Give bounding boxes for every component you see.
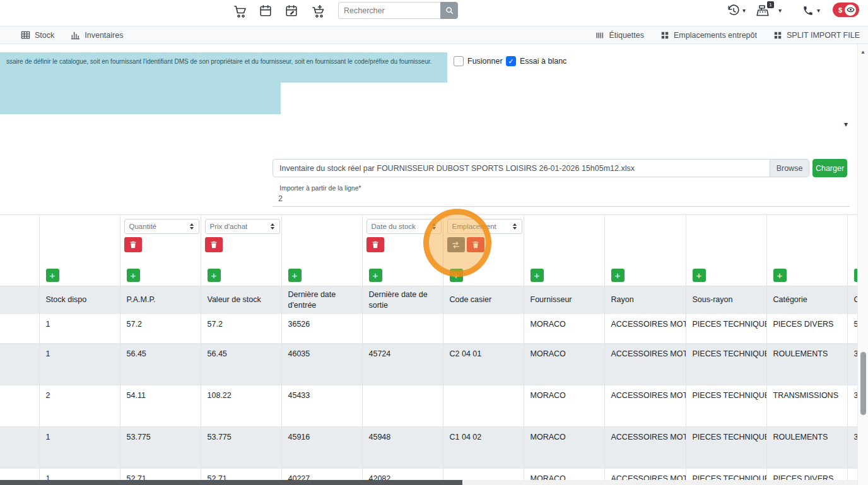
horizontal-scrollbar[interactable]	[0, 480, 857, 485]
phone-caret-icon[interactable]: ▾	[817, 7, 820, 14]
table-cell: TRANSMISSIONS	[766, 385, 847, 427]
search-input[interactable]	[338, 2, 440, 19]
table-cell: ROULEMENTS	[766, 427, 847, 469]
emplacements-entrepot-button[interactable]: Emplacements entrepôt	[660, 31, 757, 40]
calendar-edit-button[interactable]	[284, 4, 298, 18]
start-line-input[interactable]: 2	[273, 192, 850, 207]
table-row: 254.11108.2245433MORACOACCESSOIRES MOTOP…	[0, 385, 868, 427]
trash-icon	[129, 241, 137, 248]
register-caret-icon[interactable]: ▾	[778, 7, 782, 14]
add-mapping-button[interactable]: +	[46, 269, 59, 282]
tab-stock-label: Stock	[35, 31, 54, 40]
vertical-scrollbar-thumb[interactable]	[860, 352, 866, 415]
cart-button[interactable]	[233, 4, 248, 19]
column-header: Sous-rayon	[686, 286, 766, 314]
plus-cell: +	[362, 267, 443, 286]
add-mapping-button[interactable]: +	[693, 269, 706, 282]
table-cell: 53.775	[201, 427, 281, 469]
swap-mapping-button[interactable]	[447, 237, 465, 252]
table-cell: PIECES DIVERS	[766, 314, 847, 344]
table-cell	[0, 427, 39, 469]
tab-inventaires[interactable]: Inventaires	[71, 30, 123, 40]
column-header: Code casier	[443, 286, 524, 314]
table-cell: PIECES TECHNIQUES	[686, 385, 766, 427]
etiquettes-label: Étiquettes	[609, 31, 644, 40]
calendar-button[interactable]	[259, 4, 273, 18]
etiquettes-button[interactable]: Étiquettes	[595, 31, 644, 40]
add-mapping-button[interactable]: +	[611, 269, 625, 282]
file-name-input[interactable]: Inventaire du stock réel par FOURNISSEUR…	[273, 160, 770, 177]
mapping-select-date-stock[interactable]: Date du stock	[367, 219, 442, 234]
toolbar-tabs: Stock Inventaires	[0, 30, 123, 40]
horizontal-scrollbar-thumb[interactable]	[0, 480, 462, 485]
add-mapping-button[interactable]: +	[369, 269, 382, 282]
table-cell	[0, 385, 39, 427]
column-header: Fournisseur	[524, 286, 604, 314]
table-cell: 45433	[281, 385, 362, 427]
essai-a-blanc-checkbox[interactable]: ✓ Essai à blanc	[506, 56, 566, 66]
mapping-select-quantite[interactable]: Quantité	[124, 219, 199, 234]
table-cell: ACCESSOIRES MOTO	[604, 427, 686, 469]
search-button[interactable]	[440, 2, 458, 19]
eye-circle	[845, 4, 856, 16]
toolbar-actions: Étiquettes Emplacements entrepôt SPLIT I…	[595, 31, 868, 40]
delete-mapping-button[interactable]	[467, 237, 484, 252]
table-cell: ROULEMENTS	[766, 344, 847, 385]
mapping-actions	[205, 237, 281, 252]
cart-plus-button[interactable]	[311, 4, 326, 19]
add-mapping-button[interactable]: +	[531, 269, 544, 282]
table-cell	[362, 314, 443, 344]
mapping-cell: Quantité	[120, 215, 201, 267]
table-cell: 57.2	[120, 314, 201, 344]
add-mapping-button[interactable]: +	[450, 269, 463, 282]
browse-button[interactable]: Browse	[770, 160, 809, 177]
fusionner-checkbox[interactable]: Fusionner	[454, 56, 503, 66]
table-header-row: Stock dispoP.A.M.P.Valeur de stockDerniè…	[0, 286, 868, 314]
add-mapping-row: + + + + + + + + + + +	[0, 267, 868, 286]
cart-plus-icon	[311, 4, 326, 19]
phone-button[interactable]	[802, 5, 814, 16]
add-mapping-button[interactable]: +	[127, 269, 140, 282]
select-sort-icon	[512, 223, 517, 230]
split-import-file-button[interactable]: SPLIT IMPORT FILE	[773, 31, 860, 40]
column-header: Catégorie	[766, 286, 847, 314]
add-mapping-button[interactable]: +	[773, 269, 787, 282]
register-badge: 1	[767, 1, 774, 8]
swap-arrows-icon	[452, 241, 460, 249]
grid-squares-icon	[773, 31, 782, 40]
table-row: 156.4556.454603545724C2 04 01MORACOACCES…	[0, 344, 868, 385]
mapping-select-value: Date du stock	[372, 223, 416, 230]
history-caret-icon[interactable]: ▾	[742, 7, 746, 14]
table-row: 157.257.236526MORACOACCESSOIRES MOTOPIEC…	[0, 314, 868, 344]
charger-button[interactable]: Charger	[812, 159, 847, 177]
chevron-down-icon[interactable]: ▾	[844, 120, 848, 129]
history-button[interactable]	[727, 4, 741, 18]
table-cell: MORACO	[524, 314, 604, 344]
history-icon	[727, 4, 741, 18]
table-cell: 45724	[362, 344, 443, 385]
mapping-select-prix-achat[interactable]: Prix d'achat	[205, 219, 280, 234]
delete-mapping-button[interactable]	[124, 237, 142, 252]
column-header: Valeur de stock	[201, 286, 281, 314]
add-mapping-button[interactable]: +	[288, 269, 302, 282]
column-header	[0, 286, 39, 314]
plus-cell: +	[120, 267, 201, 286]
amounts-visibility-toggle[interactable]: $	[833, 3, 859, 17]
search-group	[338, 2, 458, 19]
delete-mapping-button[interactable]	[205, 237, 223, 252]
table-cell: C2 04 01	[443, 344, 524, 385]
mapping-cell-empty	[39, 215, 120, 267]
register-button[interactable]: 1	[755, 4, 770, 19]
topbar: ▾ 1 ▾ ▾ $	[0, 0, 868, 26]
table-cell: PIECES TECHNIQUES	[686, 344, 766, 385]
vertical-scrollbar[interactable]: ▲	[857, 44, 868, 485]
add-mapping-button[interactable]: +	[208, 269, 221, 282]
plus-cell: +	[766, 267, 847, 286]
tab-stock[interactable]: Stock	[21, 30, 54, 40]
checkbox-checked-icon[interactable]: ✓	[506, 56, 516, 66]
delete-mapping-button[interactable]	[367, 237, 384, 252]
scroll-up-arrow-icon[interactable]: ▲	[858, 49, 868, 55]
mapping-select-emplacement[interactable]: Emplacement	[447, 219, 522, 234]
currency-symbol: $	[838, 6, 842, 14]
checkbox-unchecked-icon[interactable]	[454, 56, 464, 66]
